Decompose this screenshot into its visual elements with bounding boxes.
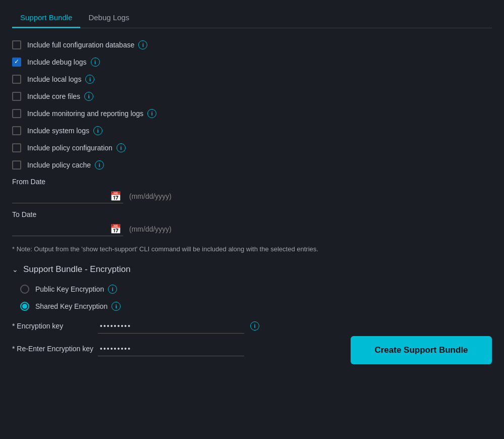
checkbox-policy-config[interactable] — [12, 143, 21, 152]
info-icon-core-files[interactable]: i — [84, 92, 93, 101]
checkbox-debug-logs[interactable] — [12, 58, 21, 67]
checkbox-system-logs[interactable] — [12, 126, 21, 135]
radio-label-shared-key: Shared Key Encryption — [35, 302, 107, 310]
from-date-input[interactable] — [12, 189, 123, 203]
encryption-section: ⌄ Support Bundle - Encryption Public Key… — [12, 264, 492, 364]
radio-row-shared-key: Shared Key Encryption i — [12, 302, 492, 311]
checkboxes-section: Include full configuration database i In… — [12, 40, 492, 170]
to-date-calendar-icon[interactable]: 📅 — [110, 224, 121, 235]
radio-label-public-key: Public Key Encryption — [35, 285, 104, 293]
info-icon-monitoring-logs[interactable]: i — [147, 109, 156, 118]
radio-public-key[interactable] — [20, 285, 29, 294]
checkbox-row-debug-logs: Include debug logs i — [12, 58, 492, 67]
checkbox-row-local-logs: Include local logs i — [12, 75, 492, 84]
create-support-bundle-button[interactable]: Create Support Bundle — [351, 336, 492, 364]
chevron-down-icon[interactable]: ⌄ — [12, 265, 18, 273]
bottom-section: * Encryption key i * Re-Enter Encryption… — [12, 319, 492, 364]
from-date-section: From Date 📅 (mm/dd/yyyy) — [12, 178, 492, 203]
checkbox-row-monitoring-logs: Include monitoring and reporting logs i — [12, 109, 492, 118]
from-date-input-wrapper: 📅 — [12, 189, 123, 203]
encryption-key-row: * Encryption key i — [12, 319, 341, 334]
info-icon-debug-logs[interactable]: i — [91, 58, 100, 67]
checkbox-label-local-logs: Include local logs — [27, 75, 81, 83]
checkbox-policy-cache[interactable] — [12, 160, 21, 170]
encryption-header: ⌄ Support Bundle - Encryption — [12, 264, 492, 275]
info-icon-encryption-key[interactable]: i — [250, 321, 259, 331]
to-date-label: To Date — [12, 210, 492, 218]
radio-shared-key[interactable] — [20, 302, 29, 311]
tab-bar: Support Bundle Debug Logs — [12, 8, 492, 28]
info-icon-public-key[interactable]: i — [108, 285, 117, 294]
checkbox-label-system-logs: Include system logs — [27, 127, 89, 135]
from-date-placeholder: (mm/dd/yyyy) — [129, 192, 172, 200]
tab-debug-logs[interactable]: Debug Logs — [80, 8, 137, 28]
create-button-wrapper: Create Support Bundle — [351, 336, 492, 364]
from-date-calendar-icon[interactable]: 📅 — [110, 191, 121, 202]
checkbox-monitoring-logs[interactable] — [12, 109, 21, 118]
info-icon-local-logs[interactable]: i — [85, 75, 94, 84]
info-icon-full-config[interactable]: i — [138, 40, 147, 49]
re-enter-key-input[interactable] — [98, 342, 244, 356]
info-icon-shared-key[interactable]: i — [111, 302, 121, 311]
checkbox-label-policy-config: Include policy configuration — [27, 144, 113, 152]
checkbox-label-monitoring-logs: Include monitoring and reporting logs — [27, 109, 143, 118]
checkbox-label-core-files: Include core files — [27, 92, 80, 100]
re-enter-key-row: * Re-Enter Encryption key — [12, 342, 341, 356]
checkbox-row-full-config: Include full configuration database i — [12, 40, 492, 49]
main-container: Support Bundle Debug Logs Include full c… — [0, 0, 504, 372]
checkbox-row-policy-cache: Include policy cache i — [12, 160, 492, 170]
tab-support-bundle[interactable]: Support Bundle — [12, 8, 80, 28]
to-date-section: To Date 📅 (mm/dd/yyyy) — [12, 210, 492, 236]
checkbox-label-debug-logs: Include debug logs — [27, 58, 87, 66]
encryption-title: Support Bundle - Encryption — [23, 264, 131, 275]
info-icon-policy-cache[interactable]: i — [95, 160, 104, 170]
encryption-key-label: * Encryption key — [12, 322, 98, 330]
encryption-key-input[interactable] — [98, 319, 244, 334]
to-date-input-wrapper: 📅 — [12, 222, 123, 236]
checkbox-full-config[interactable] — [12, 40, 21, 49]
from-date-row: 📅 (mm/dd/yyyy) — [12, 189, 492, 203]
checkbox-label-policy-cache: Include policy cache — [27, 161, 91, 169]
info-icon-system-logs[interactable]: i — [93, 126, 102, 135]
note-text: * Note: Output from the 'show tech-suppo… — [12, 244, 492, 254]
key-fields: * Encryption key i * Re-Enter Encryption… — [12, 319, 341, 364]
radio-row-public-key: Public Key Encryption i — [12, 285, 492, 294]
from-date-label: From Date — [12, 178, 492, 186]
info-icon-policy-config[interactable]: i — [117, 143, 126, 152]
to-date-input[interactable] — [12, 222, 123, 236]
checkbox-row-core-files: Include core files i — [12, 92, 492, 101]
checkbox-label-full-config: Include full configuration database — [27, 41, 134, 49]
checkbox-row-policy-config: Include policy configuration i — [12, 143, 492, 152]
checkbox-row-system-logs: Include system logs i — [12, 126, 492, 135]
checkbox-local-logs[interactable] — [12, 75, 21, 84]
to-date-placeholder: (mm/dd/yyyy) — [129, 225, 172, 233]
re-enter-key-label: * Re-Enter Encryption key — [12, 345, 98, 353]
to-date-row: 📅 (mm/dd/yyyy) — [12, 222, 492, 236]
checkbox-core-files[interactable] — [12, 92, 21, 101]
